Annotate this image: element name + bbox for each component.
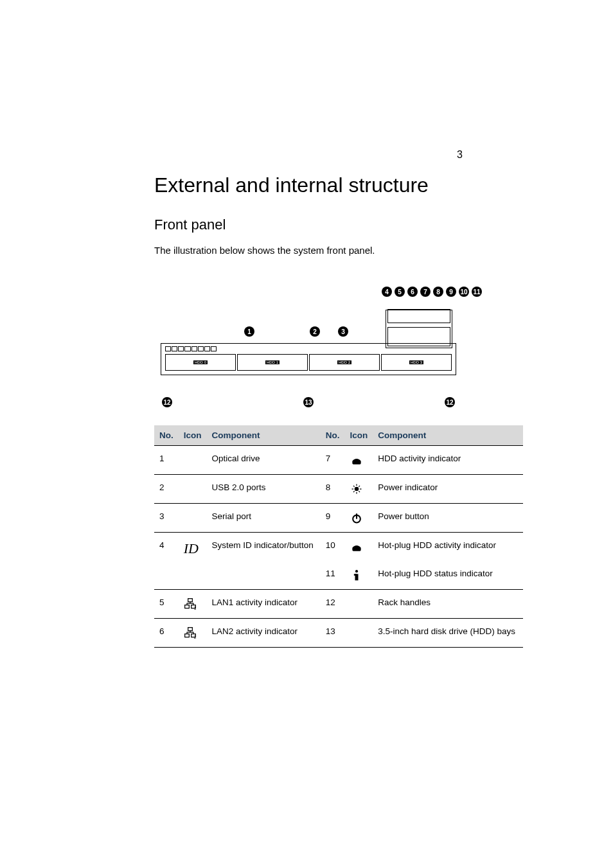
cell-no: 3 bbox=[154, 504, 179, 533]
cell-no: 9 bbox=[321, 504, 345, 533]
callout-2: 2 bbox=[310, 326, 320, 337]
cell-component: HDD activity indicator bbox=[373, 446, 523, 475]
callout-1: 1 bbox=[244, 326, 254, 337]
col-no-right: No. bbox=[321, 425, 345, 446]
cell-icon bbox=[345, 475, 373, 504]
cell-component: LAN2 activity indicator bbox=[207, 619, 321, 648]
cell-component: Hot-plug HDD activity indicator bbox=[373, 533, 523, 562]
cell-component: 3.5-inch hard disk drive (HDD) bays bbox=[373, 619, 523, 648]
svg-point-0 bbox=[354, 487, 359, 492]
hdd-bay-3: HDD 3 bbox=[381, 354, 452, 371]
component-table: No. Icon Component No. Icon Component 1 … bbox=[154, 425, 523, 648]
callout-12-right: 12 bbox=[445, 397, 455, 407]
cell-component: System ID indicator/button bbox=[207, 533, 321, 590]
cell-icon bbox=[345, 446, 373, 475]
hdd-icon bbox=[350, 454, 363, 466]
cell-icon bbox=[345, 504, 373, 533]
cell-no: 8 bbox=[321, 475, 345, 504]
hdd-bay-2: HDD 2 bbox=[309, 354, 380, 371]
power-button-icon bbox=[350, 511, 363, 524]
cell-no: 10 bbox=[321, 533, 345, 562]
lan2-icon: 2 bbox=[184, 626, 197, 639]
svg-rect-7 bbox=[184, 605, 189, 608]
callout-11: 11 bbox=[472, 287, 482, 297]
page-title: External and internal structure bbox=[154, 173, 523, 197]
table-row: 1 Optical drive 7 HDD activity indicator bbox=[154, 446, 523, 475]
cell-component: Power button bbox=[373, 504, 523, 533]
cell-component: Hot-plug HDD status indicator bbox=[373, 561, 523, 590]
cell-no: 5 bbox=[154, 590, 179, 619]
cell-component: Power indicator bbox=[373, 475, 523, 504]
cell-component: Optical drive bbox=[207, 446, 321, 475]
cell-icon: ID bbox=[179, 533, 207, 590]
cell-icon bbox=[345, 590, 373, 619]
svg-rect-11 bbox=[184, 634, 189, 637]
svg-point-3 bbox=[355, 570, 357, 572]
lan1-icon: 1 bbox=[184, 598, 197, 610]
col-component-right: Component bbox=[373, 425, 523, 446]
col-no-left: No. bbox=[154, 425, 179, 446]
cell-icon bbox=[345, 619, 373, 648]
callout-7: 7 bbox=[420, 287, 431, 297]
hdd-bay-0: HDD 0 bbox=[165, 354, 236, 371]
table-row: 3 Serial port 9 Power button bbox=[154, 504, 523, 533]
cell-no: 2 bbox=[154, 475, 179, 504]
cell-no: 13 bbox=[321, 619, 345, 648]
cell-component: Serial port bbox=[207, 504, 321, 533]
hdd-bay-1: HDD 1 bbox=[237, 354, 308, 371]
cell-no: 11 bbox=[321, 561, 345, 590]
table-row: 6 2 LAN2 activity indicator 13 3.5-inch … bbox=[154, 619, 523, 648]
svg-rect-6 bbox=[188, 599, 192, 602]
cell-no: 6 bbox=[154, 619, 179, 648]
cell-icon bbox=[179, 504, 207, 533]
cell-icon bbox=[179, 446, 207, 475]
callout-12-left: 12 bbox=[162, 397, 172, 407]
cell-icon: 1 bbox=[179, 590, 207, 619]
svg-text:1: 1 bbox=[194, 606, 197, 610]
svg-rect-5 bbox=[353, 574, 356, 576]
front-panel-diagram: 4 5 6 7 8 9 10 11 1 2 3 HDD 0 HDD 1 bbox=[154, 272, 463, 407]
callout-10: 10 bbox=[459, 287, 469, 297]
vent-slots bbox=[165, 346, 217, 351]
svg-text:2: 2 bbox=[194, 635, 197, 639]
table-row: 2 USB 2.0 ports 8 Power indicator bbox=[154, 475, 523, 504]
callout-9: 9 bbox=[446, 287, 456, 297]
cell-icon: 2 bbox=[179, 619, 207, 648]
cell-icon bbox=[179, 475, 207, 504]
cell-no: 7 bbox=[321, 446, 345, 475]
cell-component: LAN1 activity indicator bbox=[207, 590, 321, 619]
callout-13: 13 bbox=[303, 397, 314, 407]
cell-component: USB 2.0 ports bbox=[207, 475, 321, 504]
callout-4: 4 bbox=[382, 287, 392, 297]
col-icon-left: Icon bbox=[179, 425, 207, 446]
intro-text: The illustration below shows the system … bbox=[154, 245, 523, 256]
col-component-left: Component bbox=[207, 425, 321, 446]
col-icon-right: Icon bbox=[345, 425, 373, 446]
callout-row-top: 4 5 6 7 8 9 10 11 bbox=[382, 287, 482, 297]
id-icon: ID bbox=[184, 540, 199, 556]
callout-3: 3 bbox=[338, 326, 348, 337]
hdd-icon bbox=[350, 540, 363, 553]
table-row: 4 ID System ID indicator/button 10 Hot-p… bbox=[154, 533, 523, 562]
cell-icon bbox=[345, 561, 373, 590]
diagram-enlarged-detail: 4 5 6 7 8 9 10 11 bbox=[386, 288, 463, 346]
svg-rect-10 bbox=[188, 628, 192, 631]
subheading: Front panel bbox=[154, 217, 523, 233]
callout-8: 8 bbox=[433, 287, 443, 297]
table-header-row: No. Icon Component No. Icon Component bbox=[154, 425, 523, 446]
page-number: 3 bbox=[457, 149, 463, 161]
callout-6: 6 bbox=[407, 287, 418, 297]
power-indicator-icon bbox=[350, 483, 363, 495]
cell-component: Rack handles bbox=[373, 590, 523, 619]
info-icon bbox=[350, 569, 363, 581]
callout-row-bottom: 12 13 12 bbox=[154, 397, 463, 407]
cell-no: 1 bbox=[154, 446, 179, 475]
callout-row-mid: 1 2 3 bbox=[154, 326, 463, 337]
callout-5: 5 bbox=[395, 287, 405, 297]
server-chassis: HDD 0 HDD 1 HDD 2 HDD 3 bbox=[161, 343, 456, 375]
cell-no: 4 bbox=[154, 533, 179, 590]
table-row: 5 1 LAN1 activity indicator 12 Rack hand… bbox=[154, 590, 523, 619]
cell-icon bbox=[345, 533, 373, 562]
cell-no: 12 bbox=[321, 590, 345, 619]
